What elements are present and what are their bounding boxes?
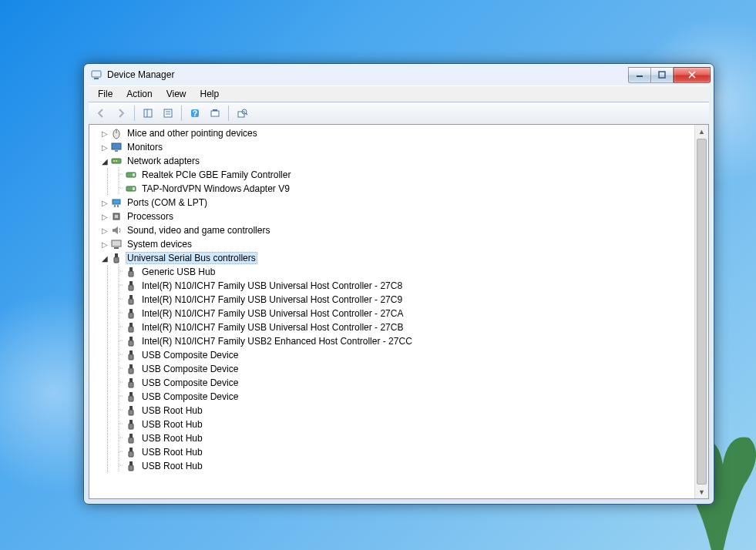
collapse-toggle-icon[interactable]: ◢ xyxy=(100,254,109,263)
tree-item-label: USB Composite Device xyxy=(140,391,240,402)
tree-item[interactable]: ▷Ports (COM & LPT) xyxy=(89,196,695,210)
svg-rect-19 xyxy=(115,150,118,152)
svg-rect-58 xyxy=(129,323,133,327)
tree-item[interactable]: USB Root Hub xyxy=(89,445,695,459)
tree-connector xyxy=(115,292,123,307)
expand-toggle-icon[interactable]: ▷ xyxy=(100,129,109,138)
tree-item[interactable]: ▷System devices xyxy=(89,237,695,251)
svg-rect-43 xyxy=(129,271,133,277)
tree-item[interactable]: ◢Universal Serial Bus controllers xyxy=(89,251,695,265)
svg-rect-13 xyxy=(238,112,244,117)
svg-point-22 xyxy=(116,160,117,162)
tree-item[interactable]: ▷Monitors xyxy=(89,140,695,154)
tree-connector xyxy=(115,347,123,363)
expand-toggle-icon[interactable]: ▷ xyxy=(100,240,109,249)
port-icon xyxy=(110,196,123,209)
tree-item-label: Processors xyxy=(126,211,175,222)
expand-toggle-icon[interactable]: ▷ xyxy=(100,213,109,221)
update-driver-button[interactable] xyxy=(233,104,251,122)
tree-connector xyxy=(115,334,123,349)
usb-icon xyxy=(125,293,137,306)
close-button[interactable] xyxy=(674,67,711,83)
menu-view[interactable]: View xyxy=(160,87,193,101)
menu-help[interactable]: Help xyxy=(194,87,226,101)
svg-rect-1 xyxy=(94,78,99,79)
device-tree[interactable]: ▷Mice and other pointing devices▷Monitor… xyxy=(89,125,695,498)
svg-rect-86 xyxy=(129,420,133,424)
tree-item[interactable]: Generic USB Hub xyxy=(89,265,695,279)
scroll-thumb[interactable] xyxy=(697,139,707,485)
svg-rect-26 xyxy=(133,173,135,176)
minimize-button[interactable] xyxy=(628,67,650,83)
tree-item[interactable]: USB Composite Device xyxy=(89,348,695,362)
tree-item[interactable]: USB Root Hub xyxy=(89,418,695,431)
tree-item[interactable]: Intel(R) N10/ICH7 Family USB2 Enhanced H… xyxy=(89,334,695,348)
tree-item[interactable]: Intel(R) N10/ICH7 Family USB Universal H… xyxy=(89,307,695,320)
tree-item[interactable]: USB Composite Device xyxy=(89,362,695,376)
scroll-down-button[interactable]: ▼ xyxy=(695,485,708,498)
tree-item[interactable]: USB Root Hub xyxy=(89,431,695,445)
tree-item[interactable]: USB Root Hub xyxy=(89,459,695,473)
titlebar[interactable]: Device Manager xyxy=(84,64,714,86)
tree-item-label: USB Root Hub xyxy=(140,405,204,416)
svg-rect-37 xyxy=(114,247,119,249)
tree-item-label: USB Root Hub xyxy=(140,433,204,444)
tree-item[interactable]: Intel(R) N10/ICH7 Family USB Universal H… xyxy=(89,279,695,293)
tree-item-label: Intel(R) N10/ICH7 Family USB2 Enhanced H… xyxy=(140,336,414,347)
usb-icon xyxy=(125,446,137,458)
svg-rect-67 xyxy=(129,354,133,360)
show-hide-console-tree-button[interactable] xyxy=(139,104,157,122)
tree-item-label: USB Root Hub xyxy=(140,419,204,430)
toolbar-separator xyxy=(134,106,135,121)
properties-button[interactable] xyxy=(159,104,177,122)
usb-icon xyxy=(125,280,137,292)
svg-rect-66 xyxy=(129,350,133,354)
toolbar: ? xyxy=(89,102,709,125)
tree-item[interactable]: USB Composite Device xyxy=(89,390,695,404)
svg-rect-39 xyxy=(114,257,119,263)
usb-icon xyxy=(125,418,137,431)
tree-item[interactable]: ◢Network adapters xyxy=(89,154,695,168)
tree-item-label: USB Composite Device xyxy=(140,364,240,374)
tree-item[interactable]: Intel(R) N10/ICH7 Family USB Universal H… xyxy=(89,293,695,307)
expand-toggle-icon[interactable]: ▷ xyxy=(100,226,109,235)
usb-icon xyxy=(125,391,137,403)
tree-item[interactable]: USB Composite Device xyxy=(89,376,695,390)
svg-rect-74 xyxy=(129,378,133,382)
tree-item-label: Realtek PCIe GBE Family Controller xyxy=(140,169,292,180)
tree-item-label: Generic USB Hub xyxy=(140,267,217,277)
forward-button[interactable] xyxy=(112,104,130,122)
svg-rect-51 xyxy=(129,299,133,304)
expand-toggle-icon[interactable]: ▷ xyxy=(100,199,109,207)
menu-action[interactable]: Action xyxy=(120,87,158,101)
sound-icon xyxy=(110,224,123,236)
svg-rect-33 xyxy=(117,205,119,207)
scan-hardware-button[interactable] xyxy=(206,104,224,122)
tree-item[interactable]: ▷Mice and other pointing devices xyxy=(89,126,695,140)
svg-rect-30 xyxy=(133,187,135,190)
expand-toggle-icon[interactable]: ▷ xyxy=(100,143,109,152)
svg-line-15 xyxy=(246,113,247,115)
help-button[interactable]: ? xyxy=(186,104,204,122)
monitor-icon xyxy=(110,141,123,153)
usb-icon xyxy=(125,377,137,389)
tree-item[interactable]: Realtek PCIe GBE Family Controller xyxy=(89,168,695,182)
svg-rect-75 xyxy=(129,382,133,387)
tree-item[interactable]: ▷Processors xyxy=(89,210,695,223)
svg-rect-94 xyxy=(129,448,133,451)
back-button[interactable] xyxy=(92,104,110,122)
menu-file[interactable]: File xyxy=(92,87,119,101)
tree-connector xyxy=(115,306,123,321)
scroll-up-button[interactable]: ▲ xyxy=(695,125,708,138)
vertical-scrollbar[interactable]: ▲ ▼ xyxy=(694,125,708,498)
window-title: Device Manager xyxy=(107,69,628,80)
collapse-toggle-icon[interactable]: ◢ xyxy=(100,157,109,166)
tree-item[interactable]: Intel(R) N10/ICH7 Family USB Universal H… xyxy=(89,320,695,334)
cpu-icon xyxy=(110,210,123,223)
tree-item[interactable]: TAP-NordVPN Windows Adapter V9 xyxy=(89,182,695,196)
tree-item[interactable]: USB Root Hub xyxy=(89,404,695,418)
maximize-button[interactable] xyxy=(650,67,674,83)
tree-item-label: Monitors xyxy=(126,142,164,153)
tree-item[interactable]: ▷Sound, video and game controllers xyxy=(89,223,695,237)
tree-connector xyxy=(115,278,123,293)
